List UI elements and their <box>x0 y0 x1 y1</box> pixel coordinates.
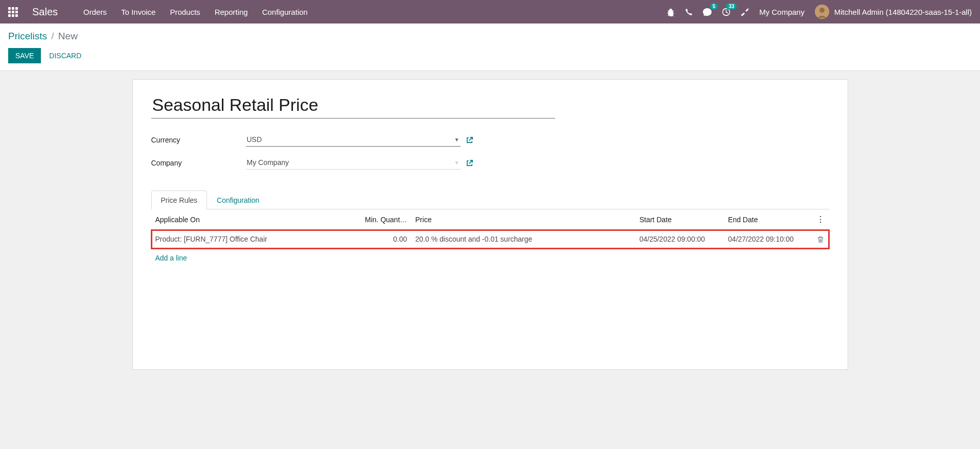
column-options-icon[interactable]: ⋮ <box>812 209 829 230</box>
th-min-quantity[interactable]: Min. Quant… <box>358 209 411 230</box>
bug-icon[interactable] <box>667 7 675 16</box>
cell-min-quantity: 0.00 <box>358 230 411 249</box>
breadcrumb-current: New <box>58 31 78 41</box>
table-row[interactable]: Product: [FURN_7777] Office Chair 0.00 2… <box>151 230 829 249</box>
breadcrumb-parent[interactable]: Pricelists <box>8 31 47 41</box>
discard-button[interactable]: DISCARD <box>49 48 81 63</box>
form-container: Currency USD ▼ Company My Company <box>0 71 980 378</box>
th-price[interactable]: Price <box>411 209 635 230</box>
cell-end-date: 04/27/2022 09:10:00 <box>724 230 812 249</box>
tab-configuration[interactable]: Configuration <box>207 191 269 209</box>
breadcrumb: Pricelists / New <box>8 31 972 42</box>
nav-menu: Orders To Invoice Products Reporting Con… <box>83 8 308 16</box>
add-line-row: Add a line <box>151 249 829 268</box>
nav-to-invoice[interactable]: To Invoice <box>121 8 156 16</box>
currency-external-link-icon[interactable] <box>466 135 473 144</box>
pricelist-name-input[interactable] <box>151 92 555 119</box>
navbar-left: Sales Orders To Invoice Products Reporti… <box>8 6 308 18</box>
th-applicable-on[interactable]: Applicable On <box>151 209 358 230</box>
brand[interactable]: Sales <box>32 6 58 18</box>
cell-applicable-on: Product: [FURN_7777] Office Chair <box>151 230 358 249</box>
trash-icon[interactable] <box>817 235 824 243</box>
user-menu[interactable]: Mitchell Admin (14804220-saas-15-1-all) <box>815 5 972 19</box>
cell-price: 20.0 % discount and -0.01 surcharge <box>411 230 635 249</box>
company-value: My Company <box>247 158 289 167</box>
avatar <box>815 5 829 19</box>
price-rules-table: Applicable On Min. Quant… Price Start Da… <box>151 209 829 267</box>
cell-start-date: 04/25/2022 09:00:00 <box>635 230 724 249</box>
tools-icon[interactable] <box>741 7 749 16</box>
th-end-date[interactable]: End Date <box>724 209 812 230</box>
phone-icon[interactable] <box>685 8 693 16</box>
tabs: Price Rules Configuration <box>151 190 829 209</box>
chevron-down-icon: ▼ <box>454 160 460 166</box>
delete-row-cell <box>812 230 829 249</box>
nav-reporting[interactable]: Reporting <box>215 8 248 16</box>
control-panel-buttons: SAVE DISCARD <box>8 48 972 63</box>
user-name: Mitchell Admin (14804220-saas-15-1-all) <box>834 8 972 16</box>
navbar-right: 5 33 My Company Mitchell Admin (14804220… <box>667 5 972 19</box>
currency-field-row: Currency USD ▼ <box>151 133 829 147</box>
add-line-link[interactable]: Add a line <box>151 249 191 267</box>
control-panel: Pricelists / New SAVE DISCARD <box>0 23 980 71</box>
currency-select[interactable]: USD ▼ <box>246 133 461 147</box>
tab-price-rules[interactable]: Price Rules <box>151 191 208 209</box>
svg-point-2 <box>819 8 825 13</box>
messages-badge: 5 <box>710 3 718 10</box>
th-start-date[interactable]: Start Date <box>635 209 724 230</box>
activities-badge: 33 <box>726 3 737 10</box>
save-button[interactable]: SAVE <box>8 48 41 63</box>
activities-icon[interactable]: 33 <box>722 7 731 16</box>
messages-icon[interactable]: 5 <box>703 7 712 16</box>
breadcrumb-separator: / <box>51 31 54 41</box>
company-field-row: Company My Company ▼ <box>151 156 829 170</box>
currency-label: Currency <box>151 136 246 144</box>
company-label: Company <box>151 159 246 167</box>
navbar: Sales Orders To Invoice Products Reporti… <box>0 0 980 23</box>
currency-value: USD <box>247 135 262 144</box>
company-external-link-icon[interactable] <box>466 158 473 167</box>
nav-products[interactable]: Products <box>170 8 200 16</box>
form-sheet: Currency USD ▼ Company My Company <box>132 79 848 370</box>
company-select[interactable]: My Company ▼ <box>246 156 461 170</box>
chevron-down-icon: ▼ <box>454 137 460 143</box>
nav-configuration[interactable]: Configuration <box>262 8 308 16</box>
nav-orders[interactable]: Orders <box>83 8 107 16</box>
company-selector[interactable]: My Company <box>759 8 804 16</box>
apps-icon[interactable] <box>8 7 18 17</box>
